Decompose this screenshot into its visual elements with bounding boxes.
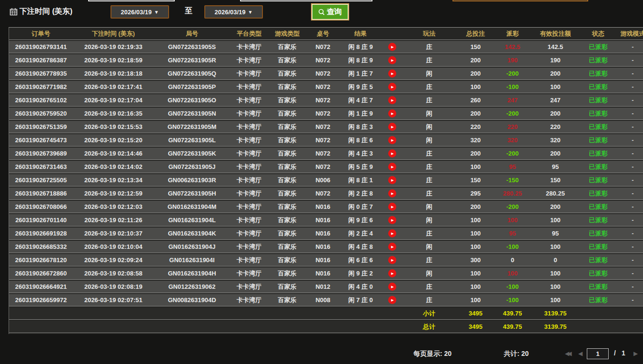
cell-valid-bet: 220 <box>529 121 582 133</box>
table-row: 260319026771982 2026-03-19 02:17:41 GN07… <box>9 81 643 93</box>
cell-total-bet: 320 <box>455 134 496 146</box>
cell-bet-type: 闲 <box>403 241 455 253</box>
play-icon[interactable]: ▶ <box>388 189 396 197</box>
cell-valid-bet: 100 <box>529 81 582 93</box>
play-icon[interactable]: ▶ <box>388 229 396 237</box>
play-icon[interactable]: ▶ <box>388 109 396 118</box>
subtotal-row: 小计 3495 439.75 3139.75 <box>9 307 643 320</box>
cell-bet-time: 2026-03-19 02:12:03 <box>73 201 154 213</box>
play-icon[interactable]: ▶ <box>388 283 396 291</box>
play-icon[interactable]: ▶ <box>388 149 396 157</box>
next-page-icon[interactable]: ▶ <box>633 350 638 357</box>
cell-replay: ▶ <box>382 41 403 53</box>
cell-bet-time: 2026-03-19 02:17:41 <box>73 81 154 93</box>
cell-game-mode: - <box>615 294 643 306</box>
page-number-input[interactable] <box>587 348 609 359</box>
play-icon[interactable]: ▶ <box>388 256 396 264</box>
cell-bet-type: 庄 <box>403 281 455 293</box>
cell-bet-time: 2026-03-19 02:18:59 <box>73 54 154 66</box>
page-separator: / <box>614 349 616 357</box>
cell-valid-bet: 100 <box>529 294 582 306</box>
cell-replay: ▶ <box>382 281 403 293</box>
cell-result: 闲 9 庄 6 <box>340 214 382 226</box>
play-icon[interactable]: ▶ <box>388 69 396 78</box>
cell-order-id: 260319026739689 <box>9 148 73 159</box>
cell-valid-bet: 200 <box>529 201 582 213</box>
cell-bet-type: 庄 <box>403 294 455 306</box>
date-to-select[interactable]: 2026/03/19 ▼ <box>204 5 263 19</box>
cell-bet-type: 闲 <box>403 201 455 213</box>
play-icon[interactable]: ▶ <box>388 96 396 104</box>
play-icon[interactable]: ▶ <box>388 83 396 91</box>
cell-game-mode: - <box>615 267 643 279</box>
cell-payout: 320 <box>496 134 529 146</box>
cell-round-id: GN0162631904I <box>154 254 230 266</box>
cell-valid-bet: 142.5 <box>529 41 582 53</box>
play-icon[interactable]: ▶ <box>388 176 396 184</box>
cell-game-type: 百家乐 <box>268 54 306 66</box>
cell-table-no: N072 <box>306 161 340 173</box>
cell-status: 已派彩 <box>582 174 615 186</box>
cell-result: 闲 4 庄 0 <box>340 281 382 293</box>
play-icon[interactable]: ▶ <box>388 43 396 51</box>
play-icon[interactable]: ▶ <box>388 216 396 224</box>
first-page-icon[interactable]: ◀◀ <box>565 350 570 357</box>
cell-platform: 卡卡湾厅 <box>230 294 268 306</box>
cell-replay: ▶ <box>382 81 403 93</box>
cell-platform: 卡卡湾厅 <box>230 214 268 226</box>
play-triangle: ▶ <box>391 245 393 248</box>
cell-replay: ▶ <box>382 148 403 159</box>
cell-payout: 247 <box>496 94 529 106</box>
cell-replay: ▶ <box>382 294 403 306</box>
cell-platform: 卡卡湾厅 <box>230 281 268 293</box>
play-triangle: ▶ <box>391 232 393 235</box>
cell-round-id: GN0722631905J <box>154 161 230 173</box>
cell-game-type: 百家乐 <box>268 108 306 119</box>
bet-time-filter-label: 下注时间 (美东) <box>20 7 72 17</box>
cell-platform: 卡卡湾厅 <box>230 227 268 239</box>
cell-total-bet: 200 <box>455 54 496 66</box>
play-icon[interactable]: ▶ <box>388 243 396 251</box>
cell-bet-type: 闲 <box>403 121 455 133</box>
cell-bet-time: 2026-03-19 02:12:59 <box>73 187 154 199</box>
cell-game-type: 百家乐 <box>268 68 306 79</box>
play-icon[interactable]: ▶ <box>388 296 396 304</box>
prev-page-icon[interactable]: ◀ <box>578 350 583 357</box>
cell-game-type: 百家乐 <box>268 281 306 293</box>
query-button[interactable]: 查询 <box>311 3 349 20</box>
cell-status: 已派彩 <box>582 187 615 199</box>
play-icon[interactable]: ▶ <box>388 123 396 131</box>
cell-payout: -200 <box>496 201 529 213</box>
cell-bet-type: 庄 <box>403 41 455 53</box>
cell-bet-time: 2026-03-19 02:08:58 <box>73 267 154 279</box>
total-bet: 3495 <box>455 321 496 333</box>
header-replay <box>382 28 403 39</box>
play-icon[interactable]: ▶ <box>388 56 396 64</box>
date-from-select[interactable]: 2026/03/19 ▼ <box>111 5 169 19</box>
cell-bet-time: 2026-03-19 02:14:46 <box>73 148 154 159</box>
header-round-id: 局号 <box>154 28 230 39</box>
play-icon[interactable]: ▶ <box>388 163 396 171</box>
play-triangle: ▶ <box>391 205 393 208</box>
date-to-value: 2026/03/19 <box>215 9 246 16</box>
calendar-icon <box>10 8 18 16</box>
cell-result: 闲 8 庄 3 <box>340 121 382 133</box>
cell-table-no: N008 <box>306 294 340 306</box>
play-triangle: ▶ <box>391 85 393 89</box>
cell-bet-type: 闲 <box>403 134 455 146</box>
cell-result: 闲 8 庄 1 <box>340 174 382 186</box>
cell-result: 闲 7 庄 0 <box>340 294 382 306</box>
cell-payout: 190 <box>496 54 529 66</box>
cell-round-id: GN0162631904J <box>154 241 230 253</box>
play-icon[interactable]: ▶ <box>388 203 396 211</box>
cell-total-bet: 100 <box>455 294 496 306</box>
cell-bet-time: 2026-03-19 02:10:37 <box>73 227 154 239</box>
cell-round-id: GN0722631905N <box>154 108 230 119</box>
cell-bet-time: 2026-03-19 02:07:51 <box>73 294 154 306</box>
play-icon[interactable]: ▶ <box>388 269 396 277</box>
play-icon[interactable]: ▶ <box>388 136 396 144</box>
cell-status: 已派彩 <box>582 294 615 306</box>
cell-round-id: GN0062631903R <box>154 174 230 186</box>
cell-platform: 卡卡湾厅 <box>230 94 268 106</box>
header-payout: 派彩 <box>496 28 529 39</box>
